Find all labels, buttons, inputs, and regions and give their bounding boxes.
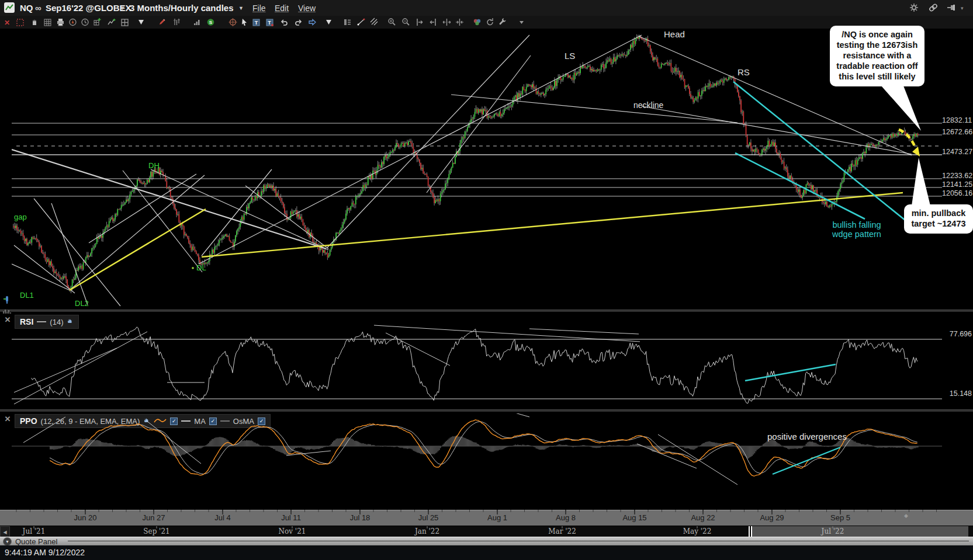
dropdown-triangle2-icon[interactable] [323, 17, 334, 27]
mini-histogram-icon[interactable] [2, 306, 12, 316]
ppo-checkbox[interactable]: ✓ [170, 418, 178, 425]
neckline-label: neckline [633, 100, 663, 110]
dollar-icon[interactable]: S [205, 17, 216, 27]
rsi-line-swatch [37, 321, 46, 322]
grid-table-icon[interactable] [42, 17, 53, 27]
menu-file[interactable]: File [252, 4, 266, 13]
ppo-header-chip[interactable]: PPO (12, 26, 9 - EMA, EMA, EMA) ✓ MA ✓ O… [15, 414, 271, 428]
expand-left-icon[interactable] [427, 17, 438, 27]
ppo-param: (12, 26, 9 - EMA, EMA, EMA) [41, 417, 140, 426]
expand-right-icon[interactable] [414, 17, 425, 27]
continuous-contract-icon: ∞ [35, 3, 41, 13]
chart-pin-widget-icon[interactable] [3, 295, 11, 307]
osma-checkbox[interactable]: ✓ [258, 418, 265, 425]
undo-icon[interactable] [279, 17, 289, 27]
dl-label: DL [196, 263, 206, 272]
timeline-label-5: May '22 [683, 527, 712, 535]
h-collapse-icon[interactable] [454, 17, 465, 27]
svg-text:✕: ✕ [4, 19, 9, 27]
marquee-select-icon[interactable] [15, 17, 25, 27]
x-axis-label-3: Jul 11 [281, 513, 301, 522]
zoom-out-icon[interactable] [400, 17, 411, 27]
timeframe-dropdown-icon[interactable]: ▼ [238, 5, 244, 11]
rsi-close-button[interactable]: ✕ [4, 316, 12, 324]
target-icon[interactable] [227, 17, 238, 27]
add-study-grid-icon[interactable] [92, 17, 102, 27]
pencil-draw-icon[interactable] [157, 17, 167, 27]
pattern-candles-icon[interactable] [171, 17, 182, 27]
main-chart-panel[interactable] [0, 29, 973, 309]
drag-hand-icon[interactable] [143, 417, 150, 426]
zoom-in-icon[interactable] [386, 17, 397, 27]
ls-label: LS [565, 51, 575, 61]
compass-icon[interactable] [67, 17, 78, 27]
x-axis-label-1: Jun 27 [142, 513, 165, 522]
timeline-left-arrow[interactable]: ◀ [0, 526, 10, 538]
x-axis-label-6: Aug 1 [487, 513, 507, 522]
refresh-icon[interactable] [484, 17, 495, 27]
timeline-handle[interactable] [749, 526, 752, 537]
timeframe-label[interactable]: 3 Months/Hourly candles [130, 3, 234, 13]
contract-dropdown-icon[interactable]: ▼ [120, 5, 125, 11]
timeline-label-4: Mar '22 [548, 527, 576, 535]
wedge-pattern-label: bullish falling wdge pattern [823, 220, 891, 239]
osma-line-swatch [220, 420, 230, 422]
print-icon[interactable] [55, 17, 65, 27]
drag-hand-icon[interactable] [67, 318, 74, 326]
parallel-lines-icon[interactable] [369, 17, 379, 27]
pullback-target-callout[interactable]: min. pullback target ~12473 [904, 204, 973, 234]
quote-panel-rule [68, 541, 969, 541]
palette-icon[interactable] [472, 17, 482, 27]
trendline-tool-icon[interactable] [356, 17, 366, 27]
dl2-label: DL2 [75, 299, 89, 308]
pin-icon[interactable] [947, 3, 958, 15]
x-axis-label-8: Aug 15 [622, 513, 646, 522]
x-axis-label-11: Sep 5 [830, 513, 850, 522]
pin-dropdown-icon[interactable]: ▾ [961, 5, 964, 11]
rsi-level-label-0: 77.696 [942, 330, 972, 338]
volume-bars-icon[interactable] [192, 17, 202, 27]
text-tool-icon[interactable]: T [251, 17, 261, 27]
h-expand-icon[interactable] [441, 17, 452, 27]
rs-label: RS [737, 67, 750, 77]
x-axis-label-4: Jul 18 [350, 513, 370, 522]
x-axis-label-10: Aug 29 [760, 513, 784, 522]
mini-dropdown-icon[interactable] [516, 17, 527, 27]
redo-icon[interactable] [293, 17, 303, 27]
add-chart-icon[interactable] [106, 17, 117, 27]
pan-hand-icon[interactable] [29, 17, 40, 27]
contract-label[interactable]: Sep16'22 @GLOBEX [46, 3, 131, 13]
x-axis-label-2: Jul 4 [214, 513, 230, 522]
quote-panel-bar[interactable]: Quote Panel [0, 537, 973, 546]
drawing-toolbar: ✕STT [0, 16, 973, 29]
gear-icon[interactable] [909, 3, 919, 15]
wrench-icon[interactable] [497, 17, 508, 27]
rsi-level-label-1: 15.148 [942, 389, 972, 398]
layout-grid-icon[interactable] [119, 17, 130, 27]
rsi-param: (14) [50, 318, 63, 326]
timeline-visible-range[interactable] [752, 526, 968, 537]
rsi-panel[interactable] [0, 312, 973, 409]
link-icon[interactable] [928, 3, 939, 15]
close-drawing-icon[interactable]: ✕ [2, 17, 13, 27]
ppo-close-button[interactable]: ✕ [4, 415, 12, 423]
rsi-header-chip[interactable]: RSI (14) [15, 315, 79, 329]
menu-view[interactable]: View [298, 4, 316, 13]
x-axis-label-7: Aug 8 [556, 513, 576, 522]
divergence-label: positive divergences [767, 432, 847, 441]
ma-label: MA [194, 417, 206, 426]
quote-panel-label: Quote Panel [15, 537, 57, 546]
symbol-label[interactable]: NQ [20, 3, 33, 13]
price-axis-label-3: 12233.62 [942, 172, 972, 180]
callout-arrow-icon[interactable] [307, 17, 317, 27]
text-note-icon[interactable]: T [264, 17, 275, 27]
menu-edit[interactable]: Edit [275, 4, 289, 13]
clock-icon[interactable] [79, 17, 90, 27]
dropdown-triangle-icon[interactable] [136, 17, 146, 27]
quote-panel-toggle-icon[interactable]: ▼ [3, 537, 12, 546]
ma-checkbox[interactable]: ✓ [209, 418, 217, 425]
studies-list-icon[interactable] [342, 17, 352, 27]
pointer-icon[interactable] [239, 17, 250, 27]
resistance-callout[interactable]: /NQ is once again testing the 12673ish r… [830, 26, 924, 86]
osma-label: OsMA [233, 417, 254, 426]
